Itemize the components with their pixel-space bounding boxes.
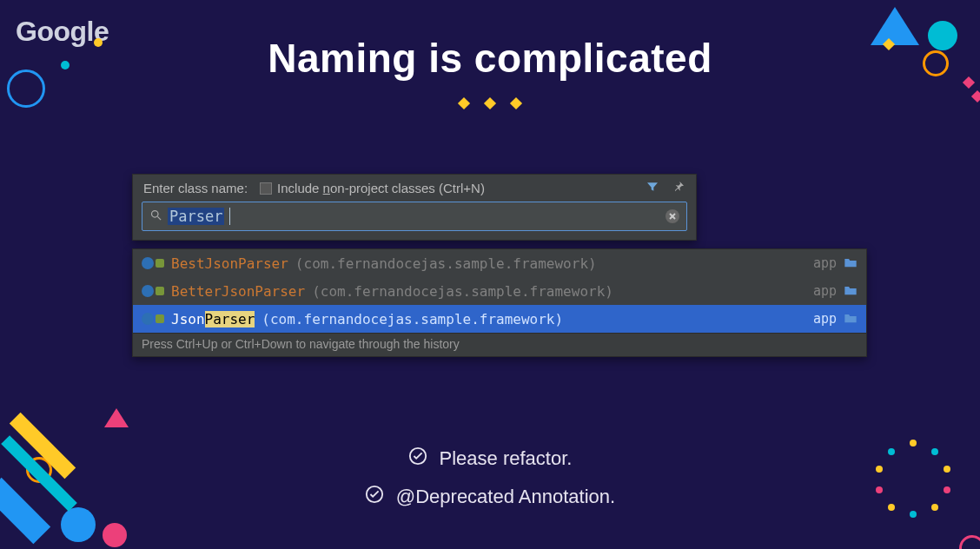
- clear-icon[interactable]: [665, 209, 679, 223]
- kotlin-file-icon: [142, 313, 154, 325]
- filter-icon[interactable]: [646, 180, 659, 196]
- svg-point-0: [152, 210, 159, 217]
- history-hint: Press Ctrl+Up or Ctrl+Down to navigate t…: [133, 333, 866, 356]
- class-icon: [156, 259, 164, 268]
- goto-class-popup: Enter class name: Include non-project cl…: [132, 174, 697, 241]
- class-name: BestJsonParser: [171, 255, 288, 272]
- kotlin-file-icon: [142, 285, 154, 297]
- class-icon: [156, 314, 164, 323]
- match-highlight: Parser: [205, 311, 255, 327]
- deco-circle: [103, 523, 127, 547]
- module-name: app: [813, 255, 837, 271]
- kotlin-file-icon: [142, 257, 154, 269]
- bullet-item: @Deprecated Annotation.: [365, 485, 615, 509]
- deco-circle: [61, 507, 96, 542]
- row-icons: [142, 257, 164, 269]
- prompt-label: Enter class name:: [143, 181, 248, 195]
- deco-triangle: [104, 408, 129, 427]
- row-icons: [142, 313, 164, 325]
- text: Json: [171, 311, 205, 327]
- search-icon: [149, 208, 162, 225]
- include-label: Include non-project classes (Ctrl+N): [277, 181, 485, 195]
- folder-icon: [844, 255, 858, 272]
- mnemonic: n: [323, 181, 330, 195]
- class-name: JsonParser: [171, 311, 255, 327]
- row-icons: [142, 285, 164, 297]
- bullet-list: Please refactor. @Deprecated Annotation.: [0, 446, 980, 509]
- package-name: (com.fernandocejas.sample.framework): [295, 255, 597, 272]
- class-name: BetterJsonParser: [171, 283, 305, 300]
- search-value: Parser: [168, 208, 224, 225]
- svg-line-1: [157, 216, 161, 220]
- checkbox-box-icon: [260, 182, 272, 195]
- include-nonproject-checkbox[interactable]: Include non-project classes (Ctrl+N): [260, 181, 485, 195]
- result-row[interactable]: BestJsonParser (com.fernandocejas.sample…: [133, 249, 866, 277]
- pin-icon[interactable]: [672, 180, 685, 196]
- search-input[interactable]: Parser: [142, 202, 687, 231]
- module-name: app: [813, 283, 837, 299]
- slide-title: Naming is complicated: [0, 35, 980, 82]
- package-name: (com.fernandocejas.sample.framework): [312, 283, 613, 300]
- bullet-text: Please refactor.: [440, 447, 573, 470]
- result-row-selected[interactable]: JsonParser (com.fernandocejas.sample.fra…: [133, 305, 866, 333]
- folder-icon: [844, 311, 858, 327]
- deco-circle: [959, 535, 980, 549]
- result-row[interactable]: BetterJsonParser (com.fernandocejas.samp…: [133, 277, 866, 305]
- check-circle-icon: [365, 485, 384, 509]
- bullet-item: Please refactor.: [408, 446, 573, 471]
- package-name: (com.fernandocejas.sample.framework): [262, 311, 563, 327]
- bullet-text: @Deprecated Annotation.: [396, 486, 615, 508]
- text-caret: [229, 208, 230, 225]
- text: on-project classes (Ctrl+N): [330, 181, 485, 195]
- text: Include: [277, 181, 323, 195]
- class-icon: [156, 287, 164, 295]
- module-name: app: [813, 311, 837, 327]
- folder-icon: [844, 283, 858, 300]
- results-dropdown: BestJsonParser (com.fernandocejas.sample…: [132, 248, 867, 357]
- popup-header: Enter class name: Include non-project cl…: [133, 175, 696, 200]
- title-divider-dots: [0, 96, 980, 111]
- check-circle-icon: [408, 446, 427, 471]
